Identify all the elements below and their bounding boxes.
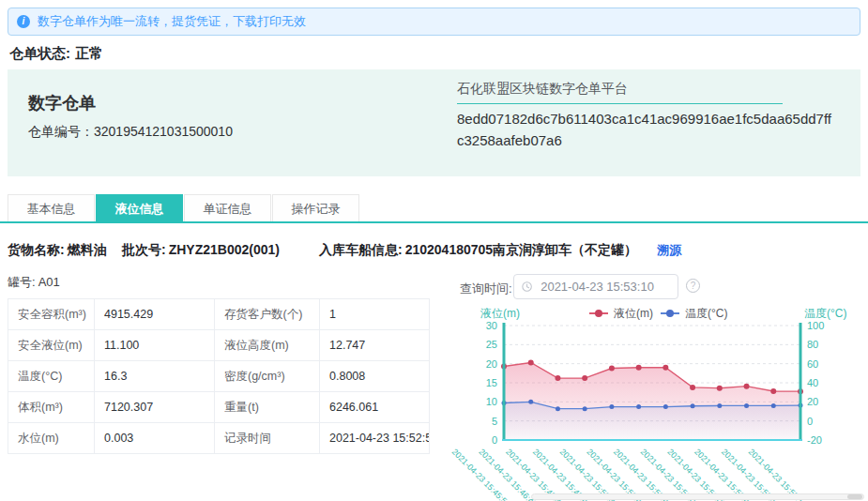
legend-label[interactable]: 液位(m) — [613, 307, 653, 320]
left-axis-tick: 15 — [486, 377, 497, 388]
receipt-number-line: 仓单编号：3201954121031500010 — [28, 124, 233, 141]
detail-value: 16.3 — [95, 361, 215, 392]
data-point — [636, 404, 641, 409]
query-time-label: 查询时间: — [460, 281, 512, 297]
tank-number-line: 罐号:A01 — [8, 274, 60, 291]
data-point — [582, 375, 587, 381]
table-row: 体积(m³)7120.307重量(t)6246.061 — [8, 392, 430, 423]
data-point — [609, 366, 615, 372]
level-temperature-chart: 051015202530-200204060801002021-04-23 15… — [432, 303, 868, 501]
detail-value: 6246.061 — [320, 392, 430, 423]
tab-document-info[interactable]: 单证信息 — [184, 194, 271, 222]
data-point — [556, 406, 560, 411]
tank-label: 罐号: — [8, 275, 36, 289]
clock-icon — [522, 281, 532, 293]
detail-label: 水位(m) — [8, 423, 95, 454]
platform-name: 石化联盟区块链数字仓单平台 — [457, 81, 783, 104]
table-row: 安全容积(m³)4915.429存货客户数(个)1 — [8, 299, 430, 330]
data-point — [662, 365, 668, 371]
tab-operation-record[interactable]: 操作记录 — [272, 194, 359, 222]
right-axis-tick: 60 — [807, 358, 818, 370]
data-point — [717, 403, 722, 408]
data-point — [609, 404, 614, 409]
info-circle-icon: i — [17, 15, 30, 28]
tab-bar-underline — [0, 221, 868, 223]
data-point — [770, 388, 776, 394]
legend-label[interactable]: 温度(°C) — [685, 307, 727, 320]
cargo-name-label: 货物名称: — [8, 242, 65, 257]
vehicle-label: 入库车船信息: — [319, 242, 403, 257]
data-point — [717, 386, 723, 391]
receipt-status-line: 仓单状态:正常 — [9, 45, 103, 63]
data-point — [744, 403, 749, 408]
detail-value: 4915.429 — [95, 299, 215, 330]
right-axis-tick: 80 — [807, 339, 818, 350]
detail-value: 0.003 — [95, 423, 215, 454]
table-row: 水位(m)0.003记录时间2021-04-23 15:52:56 — [8, 423, 430, 454]
batch-label: 批次号: — [122, 242, 166, 257]
query-time-input[interactable] — [539, 279, 670, 295]
data-point — [528, 400, 533, 404]
tab-bar: 基本信息液位信息单证信息操作记录 — [8, 194, 360, 222]
detail-value: 11.100 — [95, 330, 215, 361]
receipt-number-value: 3201954121031500010 — [94, 124, 233, 139]
detail-value: 0.8008 — [320, 361, 430, 392]
detail-label: 存货客户数(个) — [215, 299, 320, 330]
series-area — [504, 402, 800, 440]
info-banner: i 数字仓单作为唯一流转，提货凭证，下载打印无效 — [8, 8, 860, 36]
cargo-name-value: 燃料油 — [68, 242, 107, 257]
receipt-header-panel: 数字仓单 仓单编号：3201954121031500010 石化联盟区块链数字仓… — [8, 69, 860, 176]
legend-marker-dot — [666, 310, 674, 317]
horizontal-scrollbar[interactable] — [531, 493, 864, 500]
data-point — [744, 384, 750, 389]
detail-label: 安全容积(m³) — [8, 299, 95, 330]
detail-label: 液位高度(m) — [215, 330, 320, 361]
detail-label: 记录时间 — [215, 423, 320, 454]
detail-label: 重量(t) — [215, 392, 320, 423]
receipt-number-label: 仓单编号： — [28, 124, 94, 139]
data-point — [555, 375, 560, 381]
left-axis-tick: 5 — [492, 416, 497, 427]
tab-liquid-level-info[interactable]: 液位信息 — [96, 194, 183, 222]
tab-basic-info[interactable]: 基本信息 — [8, 194, 95, 222]
table-row: 温度(°C)16.3密度(g/cm³)0.8008 — [8, 361, 430, 392]
left-axis-title: 液位(m) — [480, 307, 520, 320]
legend-marker-dot — [595, 310, 602, 317]
left-axis-tick: 0 — [492, 434, 497, 446]
right-axis-tick: -20 — [807, 434, 822, 446]
batch-value: ZHYZ21B002(001) — [169, 242, 280, 257]
data-point — [528, 359, 534, 365]
tank-value: A01 — [38, 275, 60, 289]
query-time-picker[interactable] — [513, 274, 678, 299]
right-axis-title: 温度(°C) — [804, 307, 846, 320]
data-point — [663, 404, 668, 409]
detail-value: 2021-04-23 15:52:56 — [320, 423, 430, 454]
scrollbar-thumb[interactable] — [847, 494, 862, 499]
right-axis-tick: 0 — [807, 416, 813, 427]
detail-value: 12.747 — [320, 330, 430, 361]
banner-text: 数字仓单作为唯一流转，提货凭证，下载打印无效 — [38, 13, 306, 30]
page-title: 数字仓单 — [28, 92, 96, 114]
chart-svg: 051015202530-200204060801002021-04-23 15… — [432, 303, 868, 501]
detail-value: 1 — [320, 299, 430, 330]
data-point — [771, 403, 776, 408]
data-point — [691, 403, 695, 408]
blockchain-hash: 8edd07182d6c7b611403ca1c41ac969916ae1fc5… — [457, 109, 832, 151]
question-circle-icon[interactable]: ? — [686, 279, 700, 293]
detail-value: 7120.307 — [95, 392, 215, 423]
left-axis-tick: 10 — [486, 396, 497, 407]
data-point — [690, 385, 695, 390]
cargo-name-field: 货物名称:燃料油 — [8, 242, 107, 259]
trace-source-link[interactable]: 溯源 — [657, 242, 681, 259]
measurement-table: 安全容积(m³)4915.429存货客户数(个)1安全液位(m)11.100液位… — [8, 298, 430, 454]
batch-number-field: 批次号:ZHYZ21B002(001) — [122, 242, 280, 259]
right-axis-tick: 100 — [807, 320, 824, 331]
vehicle-value: 210204180705南京润淳卸车（不定罐） — [405, 242, 637, 257]
left-axis-tick: 25 — [486, 339, 497, 350]
detail-label: 安全液位(m) — [8, 330, 95, 361]
inbound-vehicle-field: 入库车船信息:210204180705南京润淳卸车（不定罐） — [319, 242, 637, 259]
left-axis-tick: 30 — [486, 320, 497, 331]
right-axis-tick: 20 — [807, 396, 818, 407]
left-axis-tick: 20 — [486, 358, 497, 370]
table-row: 安全液位(m)11.100液位高度(m)12.747 — [8, 330, 430, 361]
